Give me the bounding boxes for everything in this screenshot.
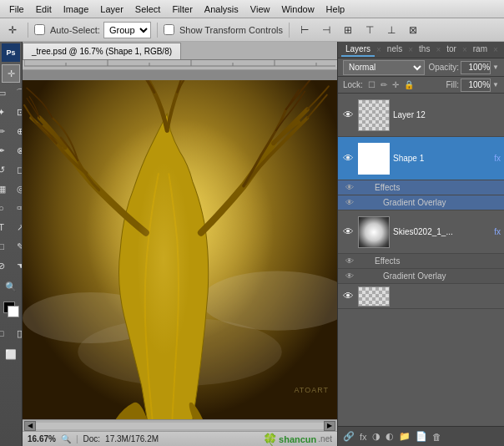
fill-input[interactable] (461, 79, 491, 92)
layer-item-skies[interactable]: 👁 Skies0202_1_... fx (338, 210, 504, 254)
eyedropper-tool[interactable]: ✏ (0, 122, 11, 140)
shape1-visibility[interactable]: 👁 (341, 152, 355, 165)
layer12-visibility[interactable]: 👁 (341, 109, 355, 122)
lasso-tool[interactable]: ⌒ (12, 84, 23, 102)
lock-all-icon[interactable]: 🔒 (404, 80, 414, 89)
tab-info[interactable]: nfo (500, 43, 504, 57)
fill-arrow[interactable]: ▼ (492, 81, 499, 89)
canvas-tab-tree[interactable]: _tree.psd @ 16.7% (Shape 1, RGB/8) (23, 43, 181, 59)
dodge-tool[interactable]: ○ (0, 199, 11, 217)
scroll-right-btn[interactable]: ▶ (324, 421, 335, 431)
skies-effects-eye-icon[interactable]: 👁 (341, 256, 358, 266)
brush-tool[interactable]: ✒ (0, 141, 11, 160)
gradient-eye-icon[interactable]: 👁 (341, 198, 358, 207)
scroll-left-btn[interactable]: ◀ (24, 421, 36, 431)
show-transform-checkbox[interactable] (164, 24, 174, 35)
opacity-input[interactable] (461, 61, 491, 74)
adjustment-layer-icon[interactable]: ◐ (386, 431, 394, 442)
auto-select-checkbox[interactable] (34, 24, 45, 35)
new-group-icon[interactable]: 📁 (399, 431, 411, 442)
align-left-icon[interactable]: ⊢ (295, 21, 314, 39)
move-tool[interactable]: ✛ (2, 64, 20, 83)
history-brush-tool[interactable]: ↺ (0, 160, 11, 179)
quick-mask-btn[interactable]: ◫ (12, 324, 23, 342)
eyedropper2-tool[interactable]: ⊘ (0, 256, 11, 275)
gradient-tool[interactable]: ▦ (0, 180, 11, 198)
crop-tool[interactable]: ⊡ (12, 103, 23, 121)
menu-edit[interactable]: Edit (30, 3, 58, 16)
empty-visibility[interactable]: 👁 (341, 290, 355, 303)
screen-mode-btn[interactable]: ⬜ (2, 345, 20, 363)
magic-wand-tool[interactable]: ✦ (0, 103, 11, 121)
canvas-image[interactable]: ATOART (23, 80, 337, 419)
menu-select[interactable]: Select (129, 3, 167, 16)
auto-select-dropdown[interactable]: Group Layer (103, 22, 151, 38)
skies-fx-badge: fx (494, 227, 501, 236)
status-bar: 16.67% 🔍 | Doc: 17.3M/176.2M 🍀 shancun .… (23, 431, 337, 446)
menu-help[interactable]: Help (320, 3, 351, 16)
lock-pixels-icon[interactable]: ✏ (381, 80, 387, 89)
skies-effects-label: Effects (358, 256, 400, 266)
background-color[interactable] (8, 306, 19, 317)
text-tool[interactable]: T (0, 218, 11, 236)
align-top-icon[interactable]: ⊤ (360, 21, 379, 39)
eraser-tool[interactable]: ◻ (12, 160, 23, 179)
link-layers-icon[interactable]: 🔗 (343, 431, 355, 442)
menu-window[interactable]: Window (275, 3, 320, 16)
blend-mode-select[interactable]: Normal Multiply Screen Overlay (343, 60, 425, 75)
skies-gradient-eye-icon[interactable]: 👁 (341, 271, 358, 281)
blur-tool[interactable]: ◎ (12, 180, 23, 198)
hand-tool[interactable]: ☚ (12, 256, 23, 275)
delete-layer-icon[interactable]: 🗑 (432, 432, 441, 442)
scroll-track[interactable] (36, 423, 324, 429)
ruler-ticks (24, 59, 335, 68)
path-select-tool[interactable]: ↗ (12, 218, 23, 236)
align-center-icon[interactable]: ⊣ (317, 21, 335, 39)
layer-item-empty[interactable]: 👁 (338, 284, 504, 309)
tab-paths[interactable]: ths (415, 43, 434, 57)
tab-history[interactable]: tor (442, 43, 461, 57)
zoom-tool[interactable]: 🔍 (2, 277, 20, 296)
layer-item-layer12[interactable]: 👁 Layer 12 (338, 94, 504, 137)
tab-channels[interactable]: nels (383, 43, 406, 57)
align-bottom-icon[interactable]: ⊠ (404, 21, 422, 39)
tool-pair-8: ○ ✑ (0, 199, 23, 217)
effects-eye-icon[interactable]: 👁 (341, 183, 358, 192)
menu-image[interactable]: Image (58, 3, 95, 16)
lock-position-icon[interactable]: ✛ (392, 80, 399, 89)
marquee-rect-tool[interactable]: ▭ (0, 84, 11, 102)
menu-analysis[interactable]: Analysis (199, 3, 244, 16)
notes-tool[interactable]: ✎ (12, 237, 23, 256)
lock-transparent-icon[interactable]: ☐ (368, 80, 375, 89)
layer-mask-icon[interactable]: ◑ (372, 431, 381, 442)
standard-mode-btn[interactable]: □ (0, 324, 10, 342)
toolbar-sep-2 (157, 23, 158, 38)
skies-gradient-overlay-row: 👁 Gradient Overlay (338, 269, 504, 284)
shape-tool[interactable]: □ (0, 237, 11, 256)
tool-pair-1: ✛ (2, 64, 20, 83)
pen-tool[interactable]: ✑ (12, 199, 23, 217)
tab-actions[interactable]: ram (469, 43, 491, 57)
menu-layer[interactable]: Layer (94, 3, 129, 16)
layers-blend-row: Normal Multiply Screen Overlay Opacity: … (338, 58, 504, 77)
skies-visibility[interactable]: 👁 (341, 226, 355, 239)
panels: Layers × nels × ths × tor × ram × nfo No… (337, 42, 504, 446)
menu-filter[interactable]: Filter (166, 3, 198, 16)
heal-tool[interactable]: ⊕ (12, 122, 23, 140)
tab-layers[interactable]: Layers (341, 43, 375, 57)
panels-bottom: 🔗 fx ◑ ◐ 📁 📄 🗑 (338, 426, 504, 446)
move-tool-icon[interactable]: ✛ (3, 21, 22, 39)
opacity-arrow[interactable]: ▼ (492, 63, 499, 71)
align-right-icon[interactable]: ⊞ (339, 21, 357, 39)
new-layer-icon[interactable]: 📄 (416, 431, 427, 442)
align-middle-icon[interactable]: ⊥ (382, 21, 401, 39)
clone-tool[interactable]: ⊗ (12, 141, 23, 160)
skies-name: Skies0202_1_... (393, 227, 492, 236)
tree-image-svg (23, 80, 337, 419)
menu-file[interactable]: File (3, 3, 30, 16)
layer-item-shape1[interactable]: 👁 Shape 1 fx (338, 137, 504, 180)
menu-view[interactable]: View (244, 3, 276, 16)
tool-pair-10: □ ✎ (0, 237, 23, 256)
layer-styles-icon[interactable]: fx (360, 432, 367, 442)
horizontal-scrollbar[interactable]: ◀ ▶ (23, 419, 337, 431)
